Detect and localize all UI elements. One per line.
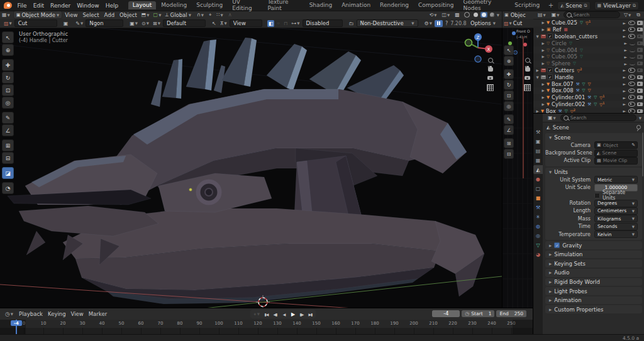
outliner-row[interactable]: ▶▼Box.007⚒▽▽► (533, 80, 644, 87)
svp-zoom-icon[interactable] (525, 58, 530, 63)
move-tool[interactable]: ✚ (2, 59, 14, 71)
annotate-tool[interactable]: ✎ (504, 114, 514, 124)
visibility-eye-closed-icon[interactable] (630, 41, 635, 45)
select-box-tool[interactable]: ↖ (2, 31, 14, 43)
properties-tab-collection[interactable]: ▢ (533, 184, 543, 193)
visibility-eye-icon[interactable] (628, 68, 635, 73)
properties-tab-constraints[interactable]: ◎ (533, 231, 543, 240)
ngon-field[interactable]: Ngon (86, 19, 123, 27)
expander-icon[interactable]: ▶ (541, 41, 545, 45)
transform-tool[interactable]: ◎ (2, 97, 14, 109)
workspace-tab-scripting[interactable]: Scripting (510, 1, 544, 9)
selectable-icon[interactable]: ► (623, 28, 626, 32)
render-visibility-icon[interactable] (637, 75, 643, 80)
selectable-icon[interactable]: ► (623, 34, 626, 38)
properties-tab-physics[interactable]: ◍ (533, 222, 543, 230)
dim-toggle-1[interactable]: ⌔ (275, 20, 281, 26)
timeline-menu-marker[interactable]: Marker (86, 311, 109, 317)
render-visibility-icon[interactable] (637, 28, 643, 32)
timeline-menu-keying[interactable]: Keying (45, 311, 69, 317)
collection-checkbox[interactable] (547, 33, 553, 39)
transform-tool[interactable]: ◎ (504, 101, 514, 111)
properties-tab-modifiers[interactable]: ⚒ (533, 203, 543, 212)
default-field[interactable]: Default (163, 19, 206, 27)
properties-tab-world[interactable]: ● (533, 175, 543, 183)
shading-material-button[interactable] (480, 12, 487, 18)
scene-panel-header[interactable]: ▼ Scene (545, 133, 642, 141)
svp-camera-icon[interactable] (525, 76, 530, 80)
visibility-eye-icon[interactable] (628, 27, 635, 32)
add-cube-tool[interactable]: ⊞ (504, 138, 514, 148)
new-collection-button[interactable]: ⧉ (635, 11, 642, 18)
viewport-menu-view[interactable]: View (62, 12, 80, 18)
panel-rigid-body-world[interactable]: ▶Rigid Body World (545, 278, 642, 286)
svp-gizmo-x[interactable] (523, 43, 527, 46)
timeline-ruler[interactable]: 0102030405060708090100110120130140150160… (0, 320, 533, 328)
selectable-icon[interactable]: ► (624, 55, 627, 59)
mass-dropdown[interactable]: Kilograms▼ (594, 215, 638, 222)
camera-field[interactable]: ▣Object✎ (594, 141, 638, 149)
viewport-ortho-icon[interactable] (487, 84, 494, 91)
workspace-tab-layout[interactable]: Layout (128, 1, 157, 9)
measure-tool[interactable]: ∠ (504, 125, 514, 135)
render-visibility-icon[interactable] (637, 102, 643, 107)
visibility-eye-icon[interactable] (628, 109, 635, 113)
options-dropdown[interactable]: Options ▼ (470, 20, 496, 26)
outliner-row[interactable]: ▶▽Circle▽► (533, 40, 644, 46)
selectable-icon[interactable]: ► (623, 21, 626, 25)
properties-scrollbar[interactable] (642, 133, 644, 176)
small-viewport-3d[interactable]: Front O (-4) H ↖⊕✚↻⊡◎✎∠⊞⊟ (502, 28, 533, 308)
properties-tab-material[interactable]: ◕ (533, 250, 543, 259)
prev-frame-button[interactable]: ◀ (280, 310, 288, 318)
outliner-row[interactable]: ▶▣Ref▦► (533, 26, 644, 33)
svp-cut-icon[interactable]: ▨▼ (502, 21, 513, 26)
render-visibility-icon[interactable] (637, 35, 643, 39)
visibility-eye-icon[interactable] (628, 82, 635, 87)
cut-shape-button[interactable]: ▨▼ (3, 21, 13, 26)
playhead-frame-badge[interactable]: -4 (11, 320, 22, 326)
temperature-dropdown[interactable]: Kelvin▼ (594, 230, 638, 238)
shading-rendered-button[interactable] (489, 12, 496, 18)
svp-ortho-icon[interactable] (524, 84, 531, 91)
add-cube-tool[interactable]: ⊞ (2, 139, 14, 151)
svp-gizmo-negz[interactable] (513, 50, 518, 55)
annotate-tool[interactable]: ✎ (2, 112, 14, 124)
menu-window[interactable]: Window (74, 3, 103, 9)
outliner-id-filter-button[interactable]: ▣▼ (550, 11, 562, 18)
selectable-icon[interactable]: ► (623, 68, 626, 72)
measure-tool[interactable]: ∠ (2, 124, 14, 136)
rotate-tool[interactable]: ↻ (504, 80, 514, 90)
workspace-tab-animation[interactable]: Animation (337, 1, 375, 9)
svp-cut-label[interactable]: Cut (513, 20, 523, 26)
current-frame-field[interactable]: -4 (432, 310, 460, 317)
folder-button[interactable]: 🗀 (348, 21, 355, 26)
units-panel-header[interactable]: ▼ Units (545, 168, 642, 176)
visibility-eye-icon[interactable] (628, 75, 635, 80)
cursor-tool[interactable]: ⊕ (2, 44, 14, 56)
add-workspace-button[interactable]: + (545, 2, 557, 9)
viewport-menu-select[interactable]: Select (80, 12, 101, 18)
cursor-snap-button[interactable]: ↖ (211, 21, 218, 26)
dim-toggle-2[interactable]: ⊓ (282, 21, 289, 26)
add-modifier-tool[interactable]: ⊟ (2, 152, 14, 164)
frame-start-field[interactable]: ◷ Start 1 (462, 310, 494, 317)
properties-editor-icon[interactable]: ▣▼ (546, 114, 558, 121)
expander-icon[interactable]: ▶ (541, 95, 545, 99)
selectable-icon[interactable]: ► (624, 48, 627, 52)
viewport-pan-icon[interactable] (488, 67, 493, 72)
outliner-row[interactable]: ▶▼Box.008⚒▽▽► (533, 87, 644, 94)
svp-gizmo-z[interactable] (512, 31, 516, 35)
render-visibility-icon[interactable] (637, 62, 643, 66)
visibility-eye-icon[interactable] (628, 89, 635, 94)
select-box-tool[interactable]: ↖ (504, 45, 514, 55)
properties-search-input[interactable]: Search (560, 114, 636, 121)
draw-type-button[interactable]: ✎▼ (74, 21, 84, 26)
visibility-eye-icon[interactable] (628, 102, 635, 107)
visibility-eye-icon[interactable] (628, 21, 635, 26)
collection-checkbox[interactable] (547, 67, 553, 73)
disabled-field[interactable]: Disabled (303, 19, 343, 27)
render-visibility-icon[interactable] (637, 41, 643, 46)
render-visibility-icon[interactable] (637, 95, 643, 100)
panel-simulation[interactable]: ▶Simulation (545, 251, 642, 259)
expander-icon[interactable]: ▼ (535, 75, 540, 79)
